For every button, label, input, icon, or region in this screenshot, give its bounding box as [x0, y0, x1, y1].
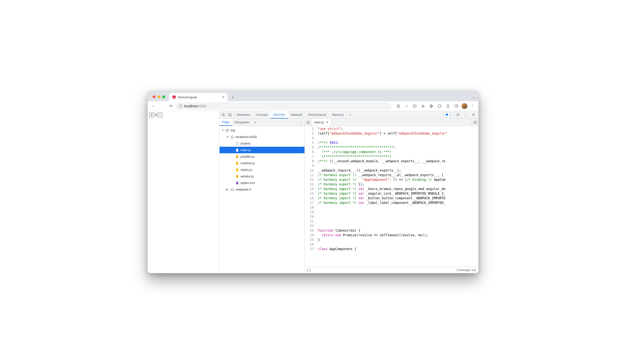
nav-tabs-overflow-icon[interactable]: » [253, 119, 258, 126]
file-icon [235, 155, 239, 159]
minimize-window-icon[interactable] [157, 95, 160, 98]
editor: main.js ✕ 123456789101112131415161718192… [305, 119, 478, 273]
svg-point-6 [422, 106, 423, 107]
window-controls [153, 95, 165, 98]
tab-sources[interactable]: Sources [271, 111, 288, 118]
browser-toolbar: ← → ⟳ ⓘ localhost:4200 ☆ [148, 101, 478, 111]
svg-rect-17 [307, 121, 309, 123]
tab-performance[interactable]: Performance [305, 111, 329, 118]
pretty-print-icon[interactable]: { } [307, 268, 311, 272]
extension-face-icon[interactable] [411, 103, 418, 110]
maximize-window-icon[interactable] [162, 95, 165, 98]
back-button[interactable]: ← [150, 103, 157, 110]
extensions-icon[interactable] [436, 103, 443, 110]
close-editor-tab-icon[interactable]: ✕ [326, 120, 329, 124]
tab-memory[interactable]: Memory [329, 111, 347, 118]
url-host: localhost [184, 104, 198, 108]
file-icon [235, 175, 239, 178]
share-icon[interactable] [394, 103, 402, 110]
tree-file[interactable]: polyfills.js [220, 153, 305, 160]
bookmark-icon[interactable]: ☆ [403, 103, 410, 110]
svg-point-7 [423, 106, 425, 107]
tree-file-label: (index) [240, 142, 250, 145]
tree-origin[interactable]: ▼ localhost:4200 [220, 134, 305, 140]
nav-tab-filesystem[interactable]: Filesystem [232, 119, 252, 126]
devtools-close-icon[interactable]: ✕ [470, 112, 476, 118]
tree-file-label: runtime.js [240, 161, 255, 165]
tree-webpack-label: webpack:// [235, 188, 251, 191]
sources-panel: Page Filesystem » ⋮ ▼ top [220, 119, 478, 273]
angular-icon [172, 95, 176, 99]
site-info-icon[interactable]: ⓘ [179, 104, 182, 108]
browser-window: DemoAngular ✕ ＋ ⌄ ← → ⟳ ⓘ localhost:4200… [148, 91, 478, 273]
tree-file[interactable]: styles.js [220, 166, 305, 173]
extension-globe-icon[interactable] [428, 103, 435, 110]
line-numbers: 1234567891011121314151617181920212223242… [305, 126, 316, 267]
labs-icon[interactable] [444, 103, 451, 110]
tree-origin-label: localhost:4200 [235, 135, 257, 139]
browser-tab[interactable]: DemoAngular ✕ [169, 93, 228, 101]
tree-top-label: top [231, 128, 235, 132]
device-toggle-icon[interactable] [228, 113, 232, 117]
tree-file[interactable]: vendor.js [220, 173, 305, 180]
tab-console[interactable]: Console [253, 111, 271, 118]
tree-file[interactable]: main.js [220, 147, 305, 153]
svg-point-3 [413, 104, 416, 108]
tree-file-label: main.js [240, 148, 251, 152]
side-panel-icon[interactable] [452, 103, 460, 110]
counter-value: 0 [155, 113, 157, 117]
code-editor[interactable]: 1234567891011121314151617181920212223242… [305, 126, 478, 267]
tree-file[interactable]: (index) [220, 140, 305, 147]
close-tab-icon[interactable]: ✕ [222, 95, 225, 99]
forward-button[interactable]: → [158, 103, 166, 110]
sources-navigator: Page Filesystem » ⋮ ▼ top [220, 119, 305, 273]
file-tree: ▼ top ▼ localhost:4200 [220, 126, 305, 273]
decrement-button[interactable]: - [157, 112, 162, 117]
issues-count: 1 [450, 113, 451, 116]
tabs-overflow-icon[interactable]: » [347, 111, 354, 118]
page-viewport: + 0 - [148, 111, 220, 273]
content-area: + 0 - Elements Console Sources [148, 111, 478, 273]
coverage-status: Coverage: n/a [457, 268, 476, 272]
tree-file-label: vendor.js [240, 175, 254, 178]
show-debugger-icon[interactable] [471, 119, 478, 126]
incognito-extension-icon[interactable] [419, 103, 427, 110]
editor-tab-mainjs[interactable]: main.js ✕ [312, 119, 331, 126]
devtools-tabs: Elements Console Sources Network Perform… [220, 111, 478, 119]
editor-tab-label: main.js [314, 120, 324, 124]
tree-file[interactable]: runtime.js [220, 160, 305, 166]
tree-webpack[interactable]: ▶ webpack:// [220, 186, 305, 193]
file-icon [235, 148, 239, 152]
settings-icon[interactable] [455, 112, 461, 118]
close-window-icon[interactable] [153, 95, 156, 98]
code-content: "use strict";(self["webpackChunkdemo_ang… [316, 126, 447, 267]
tab-elements[interactable]: Elements [234, 111, 253, 118]
tree-file-label: styles.js [240, 168, 252, 172]
devtools-menu-icon[interactable]: ⋮ [463, 112, 469, 118]
editor-tabs: main.js ✕ [305, 119, 478, 126]
nav-menu-icon[interactable]: ⋮ [297, 119, 305, 126]
tree-file-label: polyfills.js [240, 155, 255, 158]
reload-button[interactable]: ⟳ [167, 103, 175, 110]
browser-menu-icon[interactable]: ⋮ [469, 103, 476, 110]
address-bar[interactable]: ⓘ localhost:4200 [176, 103, 391, 110]
file-icon [235, 161, 239, 165]
svg-rect-9 [455, 105, 458, 107]
inspect-element-icon[interactable] [222, 113, 225, 117]
file-icon [235, 168, 239, 172]
issues-button[interactable]: 1 [443, 113, 453, 117]
new-tab-button[interactable]: ＋ [230, 94, 236, 101]
frame-icon [225, 128, 229, 132]
svg-rect-13 [230, 114, 231, 116]
tree-top[interactable]: ▼ top [220, 127, 305, 134]
tab-network[interactable]: Network [288, 111, 306, 118]
tabs-overflow-icon[interactable]: ⌄ [472, 95, 475, 99]
increment-button[interactable]: + [149, 112, 154, 117]
nav-tab-page[interactable]: Page [220, 119, 232, 126]
profile-avatar[interactable] [461, 103, 468, 110]
file-icon [235, 181, 239, 185]
tree-file[interactable]: styles.css [220, 180, 305, 186]
svg-point-4 [414, 105, 415, 106]
collapse-navigator-icon[interactable] [305, 119, 312, 126]
file-icon [235, 142, 239, 146]
